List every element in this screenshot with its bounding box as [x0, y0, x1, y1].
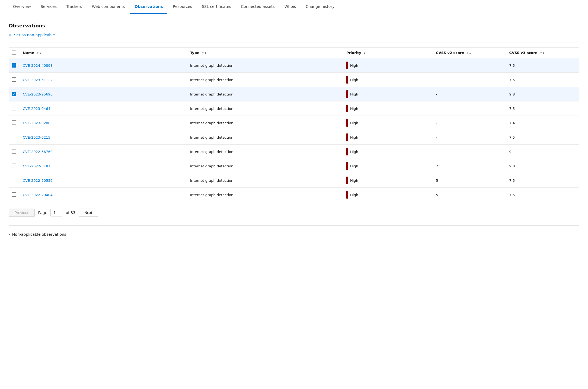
priority-label: High [350, 135, 358, 139]
col-header-name[interactable]: Name ↑↓ [20, 47, 187, 58]
cve-link[interactable]: CVE-2022-30556 [23, 178, 53, 183]
row-name[interactable]: CVE-2023-0215 [20, 130, 187, 145]
row-checkbox[interactable] [12, 77, 16, 82]
nav-item-change-history[interactable]: Change history [301, 0, 339, 14]
row-name[interactable]: CVE-2022-30556 [20, 173, 187, 188]
row-cvss2: - [433, 130, 506, 145]
cve-link[interactable]: CVE-2022-29404 [23, 193, 53, 197]
row-priority: High [343, 73, 433, 87]
pagination: Previous Page 1 of 33 Next [9, 209, 579, 217]
next-button[interactable]: Next [79, 209, 98, 217]
row-checkbox[interactable] [12, 164, 16, 168]
nav-item-services[interactable]: Services [36, 0, 61, 14]
row-checkbox[interactable] [12, 92, 16, 96]
row-checkbox[interactable] [12, 178, 16, 182]
row-cvss3: 7.5 [506, 58, 579, 73]
priority-label: High [350, 164, 358, 168]
table-row: CVE-2022-29404 Internet graph detection … [9, 188, 579, 202]
nav-item-overview[interactable]: Overview [9, 0, 35, 14]
row-name[interactable]: CVE-2022-29404 [20, 188, 187, 202]
divider [9, 43, 579, 43]
row-cvss2: - [433, 73, 506, 87]
row-name[interactable]: CVE-2023-0464 [20, 101, 187, 116]
cve-link[interactable]: CVE-2023-0286 [23, 121, 50, 125]
select-all-header[interactable] [9, 47, 20, 58]
row-checkbox-cell[interactable] [9, 116, 20, 130]
cve-link[interactable]: CVE-2023-0215 [23, 135, 50, 139]
nav-item-resources[interactable]: Resources [168, 0, 197, 14]
nav-item-connected-assets[interactable]: Connected assets [237, 0, 279, 14]
row-cvss3: 7.5 [506, 173, 579, 188]
priority-bar [346, 119, 348, 127]
row-cvss2: 7.5 [433, 159, 506, 173]
cve-link[interactable]: CVE-2024-40898 [23, 63, 53, 68]
row-priority: High [343, 58, 433, 73]
nav-item-ssl-certificates[interactable]: SSL certificates [197, 0, 235, 14]
row-name[interactable]: CVE-2023-25690 [20, 87, 187, 101]
row-priority: High [343, 159, 433, 173]
row-name[interactable]: CVE-2022-31813 [20, 159, 187, 173]
priority-bar [346, 162, 348, 170]
nav-item-whois[interactable]: Whois [280, 0, 300, 14]
row-cvss2: - [433, 58, 506, 73]
select-all-checkbox[interactable] [12, 50, 16, 55]
row-checkbox-cell[interactable] [9, 145, 20, 159]
row-priority: High [343, 101, 433, 116]
row-priority: High [343, 188, 433, 202]
row-checkbox-cell[interactable] [9, 188, 20, 202]
observations-table: Name ↑↓ Type ↑↓ Priority ↓ CVSS v2 score… [9, 47, 579, 202]
cve-link[interactable]: CVE-2022-36760 [23, 150, 53, 154]
top-navigation: Overview Services Trackers Web component… [0, 0, 588, 14]
row-checkbox[interactable] [12, 120, 16, 125]
priority-sort-icon: ↓ [363, 51, 366, 55]
row-checkbox[interactable] [12, 192, 16, 197]
page-select-wrapper: 1 [50, 209, 62, 216]
row-checkbox-cell[interactable] [9, 87, 20, 101]
row-checkbox[interactable] [12, 135, 16, 139]
priority-bar [346, 105, 348, 112]
row-checkbox-cell[interactable] [9, 73, 20, 87]
priority-bar [346, 62, 348, 69]
row-checkbox-cell[interactable] [9, 173, 20, 188]
row-type: Internet graph detection [187, 73, 343, 87]
row-checkbox-cell[interactable] [9, 130, 20, 145]
row-cvss2: 5 [433, 173, 506, 188]
cve-link[interactable]: CVE-2023-25690 [23, 92, 53, 96]
row-checkbox[interactable] [12, 63, 16, 68]
col-header-priority[interactable]: Priority ↓ [343, 47, 433, 58]
page-select[interactable]: 1 [50, 209, 62, 216]
row-type: Internet graph detection [187, 188, 343, 202]
page-label: Page [38, 211, 47, 215]
col-header-cvss3[interactable]: CVSS v3 score ↑↓ [506, 47, 579, 58]
row-name[interactable]: CVE-2024-40898 [20, 58, 187, 73]
row-type: Internet graph detection [187, 101, 343, 116]
cve-link[interactable]: CVE-2022-31813 [23, 164, 53, 168]
nav-item-trackers[interactable]: Trackers [62, 0, 87, 14]
row-checkbox-cell[interactable] [9, 101, 20, 116]
set-non-applicable-button[interactable]: ✏ Set as non-applicable [9, 33, 579, 37]
row-name[interactable]: CVE-2022-36760 [20, 145, 187, 159]
col-header-type[interactable]: Type ↑↓ [187, 47, 343, 58]
cve-link[interactable]: CVE-2023-31122 [23, 78, 53, 82]
priority-bar [346, 90, 348, 98]
cve-link[interactable]: CVE-2023-0464 [23, 107, 50, 111]
row-cvss3: 7.4 [506, 116, 579, 130]
cvss2-sort-icon: ↑↓ [466, 51, 471, 55]
row-checkbox[interactable] [12, 106, 16, 110]
row-checkbox-cell[interactable] [9, 58, 20, 73]
non-applicable-label: Non-applicable observations [12, 232, 66, 237]
row-checkbox-cell[interactable] [9, 159, 20, 173]
priority-bar [346, 177, 348, 184]
nav-item-web-components[interactable]: Web components [88, 0, 129, 14]
priority-label: High [350, 178, 358, 183]
row-name[interactable]: CVE-2023-0286 [20, 116, 187, 130]
nav-item-observations[interactable]: Observations [130, 0, 167, 14]
previous-button[interactable]: Previous [9, 209, 35, 217]
col-header-cvss2[interactable]: CVSS v2 score ↑↓ [433, 47, 506, 58]
row-checkbox[interactable] [12, 149, 16, 154]
priority-label: High [350, 78, 358, 82]
table-row: CVE-2023-0286 Internet graph detection H… [9, 116, 579, 130]
row-name[interactable]: CVE-2023-31122 [20, 73, 187, 87]
page-of-label: of 33 [66, 211, 75, 215]
non-applicable-section[interactable]: › Non-applicable observations [9, 230, 579, 239]
